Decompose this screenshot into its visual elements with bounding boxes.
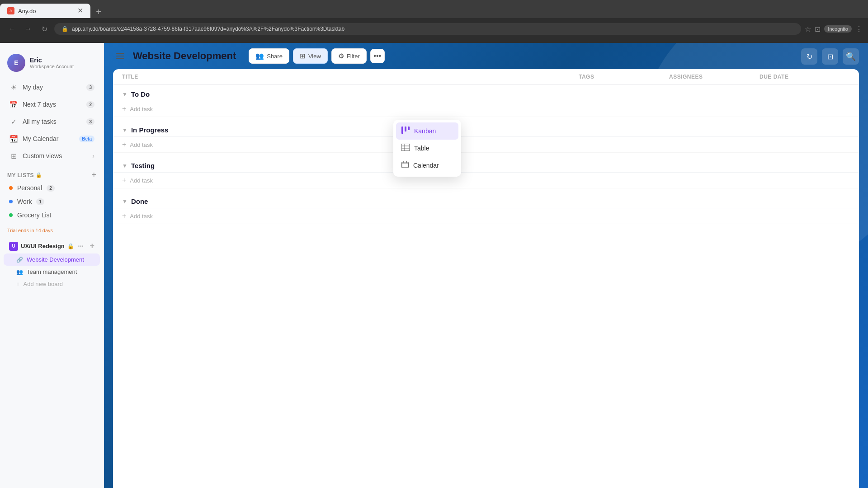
- view-dropdown: Kanban Table: [393, 120, 461, 177]
- svg-rect-5: [408, 127, 410, 130]
- tab-favicon: A: [7, 7, 14, 14]
- tab-close-btn[interactable]: ✕: [77, 7, 83, 14]
- refresh-btn[interactable]: ↻: [801, 48, 817, 65]
- grocery-dot: [9, 213, 13, 217]
- kanban-icon: [401, 127, 410, 136]
- workspace-title: UX/UI Redesign: [21, 243, 65, 249]
- workspace-add-icon[interactable]: +: [90, 241, 94, 251]
- forward-btn[interactable]: →: [22, 23, 34, 35]
- board-title: Website Development: [133, 50, 236, 62]
- add-task-label-todo: Add task: [130, 106, 153, 113]
- workspace-more-icon[interactable]: ⋯: [78, 243, 84, 249]
- active-tab[interactable]: A Any.do ✕: [0, 4, 90, 18]
- search-icon: 🔍: [846, 52, 856, 61]
- sidebar-item-all-tasks[interactable]: ✓ All my tasks 3: [4, 113, 100, 130]
- view-btn[interactable]: ⊞ View: [293, 48, 328, 64]
- add-task-in-progress[interactable]: + Add task: [113, 137, 859, 153]
- search-btn[interactable]: 🔍: [843, 48, 859, 65]
- all-tasks-icon: ✓: [9, 117, 18, 126]
- user-account: Workspace Account: [30, 64, 74, 69]
- browser-chrome: A Any.do ✕ + ← → ↻ 🔒 app.any.do/boards/e…: [0, 0, 868, 43]
- add-task-icon-in-progress: +: [122, 141, 126, 149]
- filter-icon: ⚙: [338, 52, 344, 60]
- next-7-badge: 2: [86, 101, 94, 108]
- workspace-header[interactable]: U UX/UI Redesign 🔒 ⋯ +: [4, 239, 100, 253]
- browser-controls: ← → ↻ 🔒 app.any.do/boards/e244158a-3728-…: [0, 18, 868, 40]
- sidebar-item-next-7-days[interactable]: 📅 Next 7 days 2: [4, 96, 100, 113]
- my-day-badge: 3: [86, 84, 94, 91]
- website-dev-label: Website Development: [27, 256, 84, 263]
- col-tags: TAGS: [579, 74, 669, 80]
- workspace-icon: U: [9, 242, 18, 251]
- url-text: app.any.do/boards/e244158a-3728-4759-86f…: [72, 26, 344, 32]
- sidebar-item-calendar[interactable]: 📆 My Calendar Beta: [4, 131, 100, 147]
- view-option-calendar[interactable]: Calendar: [396, 157, 458, 174]
- workspace-section: U UX/UI Redesign 🔒 ⋯ + 🔗 Website Develop…: [0, 235, 104, 290]
- view-icon: ⊞: [300, 52, 306, 60]
- svg-rect-0: [116, 53, 124, 54]
- address-bar[interactable]: 🔒 app.any.do/boards/e244158a-3728-4759-8…: [54, 23, 801, 35]
- testing-label: Testing: [131, 162, 155, 169]
- list-item-work[interactable]: Work 1: [4, 195, 100, 208]
- user-section[interactable]: E Eric Workspace Account: [0, 50, 104, 79]
- done-label: Done: [131, 197, 148, 205]
- layout-btn[interactable]: ⊡: [822, 48, 838, 65]
- sidebar-item-custom-views[interactable]: ⊞ Custom views ›: [4, 148, 100, 164]
- board-menu-btn[interactable]: [113, 49, 127, 63]
- back-btn[interactable]: ←: [5, 23, 18, 35]
- add-task-icon-testing: +: [122, 176, 126, 184]
- svg-rect-6: [401, 144, 410, 151]
- share-icon: 👥: [255, 52, 264, 60]
- sidebar-item-my-day[interactable]: ☀ My day 3: [4, 79, 100, 95]
- calendar-icon: 📆: [9, 134, 18, 143]
- all-tasks-badge: 3: [86, 118, 94, 125]
- task-table: TITLE TAGS ASSIGNEES DUE DATE ▼ To Do + …: [113, 69, 859, 488]
- share-btn[interactable]: 👥 Share: [249, 48, 289, 64]
- list-item-grocery[interactable]: Grocery List: [4, 209, 100, 221]
- calendar-badge: Beta: [79, 136, 94, 142]
- section-in-progress: ▼ In Progress: [113, 121, 859, 137]
- add-task-testing[interactable]: + Add task: [113, 173, 859, 188]
- svg-rect-1: [116, 56, 124, 56]
- next-7-label: Next 7 days: [23, 101, 82, 108]
- team-mgmt-label: Team management: [27, 268, 77, 275]
- add-task-label-testing: Add task: [130, 177, 153, 184]
- calendar-view-label: Calendar: [413, 162, 439, 169]
- filter-btn[interactable]: ⚙ Filter: [331, 48, 367, 64]
- add-board-label: Add new board: [24, 281, 63, 287]
- add-board-btn[interactable]: + Add new board: [4, 278, 100, 290]
- add-task-todo[interactable]: + Add task: [113, 101, 859, 117]
- list-item-personal[interactable]: Personal 2: [4, 182, 100, 194]
- work-label: Work: [17, 198, 32, 205]
- menu-icon[interactable]: ⋮: [855, 25, 863, 33]
- view-option-kanban[interactable]: Kanban: [396, 122, 458, 140]
- personal-dot: [9, 186, 13, 190]
- browser-tabs: A Any.do ✕ +: [0, 0, 868, 18]
- new-tab-btn[interactable]: +: [92, 5, 105, 18]
- lock-icon: 🔒: [36, 172, 42, 178]
- more-options-btn[interactable]: •••: [370, 49, 385, 63]
- view-option-table[interactable]: Table: [396, 140, 458, 157]
- bookmark-star-icon[interactable]: ☆: [805, 25, 811, 33]
- reload-btn[interactable]: ↻: [38, 23, 51, 35]
- avatar: E: [7, 54, 25, 72]
- add-task-label-done: Add task: [130, 213, 153, 220]
- add-list-btn[interactable]: +: [91, 170, 96, 180]
- personal-badge: 2: [47, 185, 55, 192]
- board-item-website-dev[interactable]: 🔗 Website Development: [4, 253, 100, 266]
- add-task-icon-done: +: [122, 212, 126, 220]
- my-day-icon: ☀: [9, 83, 18, 92]
- user-info: Eric Workspace Account: [30, 56, 74, 69]
- toolbar: Website Development 👥 Share ⊞ View ⚙ Fil…: [104, 43, 868, 69]
- board-item-team-mgmt[interactable]: 👥 Team management: [4, 266, 100, 278]
- custom-views-icon: ⊞: [9, 151, 18, 160]
- lock-icon: 🔒: [61, 26, 68, 32]
- extension-icon[interactable]: ⊡: [815, 25, 821, 33]
- view-label: View: [308, 53, 321, 60]
- add-task-done[interactable]: + Add task: [113, 208, 859, 224]
- section-todo: ▼ To Do: [113, 85, 859, 101]
- layout-icon: ⊡: [827, 52, 833, 61]
- all-tasks-label: All my tasks: [23, 118, 82, 125]
- next-7-icon: 📅: [9, 100, 18, 109]
- more-icon: •••: [373, 52, 381, 60]
